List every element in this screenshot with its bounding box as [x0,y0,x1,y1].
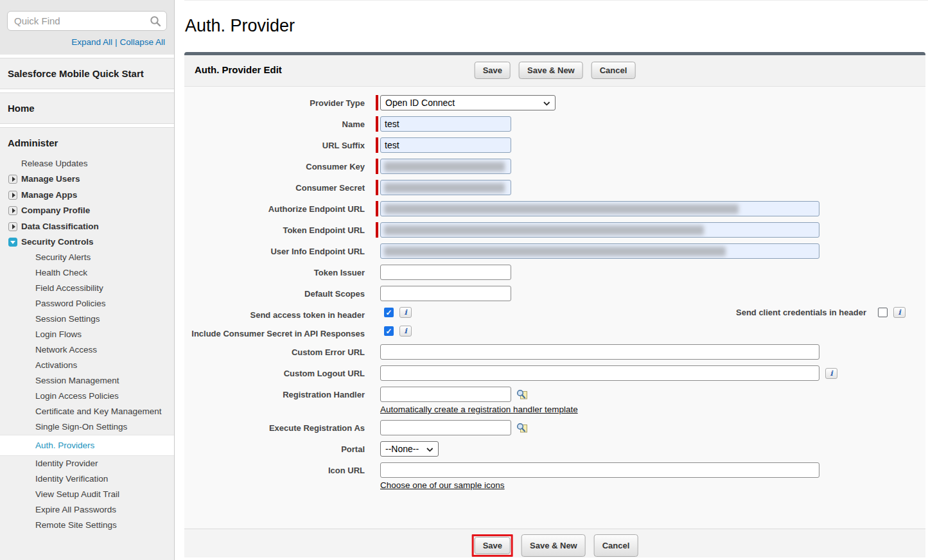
control-row: Open ID Connect [376,95,925,110]
user-info-endpoint-url-input[interactable] [380,243,819,259]
info-icon[interactable]: i [399,326,412,337]
sidebar-item-manage-users[interactable]: Manage Users [0,171,174,187]
sidebar-item-single-sign-on-settings[interactable]: Single Sign-On Settings [0,419,174,435]
registration-handler-lookup-button[interactable] [516,389,529,401]
expand-arrow-icon[interactable] [8,191,17,200]
expand-all-link[interactable]: Expand All [71,37,112,47]
save-and-new-button-top[interactable]: Save & New [519,62,583,79]
default-scopes-input[interactable] [380,286,511,301]
sidebar-section-quick-start[interactable]: Salesforce Mobile Quick Start [0,58,174,89]
sidebar-item-certificate-and-key-management[interactable]: Certificate and Key Management [0,404,174,419]
collapse-arrow-icon[interactable] [8,238,17,247]
send-client-credentials-in-header-checkbox[interactable] [878,308,888,317]
sidebar-item-password-policies[interactable]: Password Policies [0,296,174,311]
sidebar-item-field-accessibility[interactable]: Field Accessibility [0,281,174,296]
sidebar-item-expire-all-passwords[interactable]: Expire All Passwords [0,502,174,518]
sidebar-item-label: Login Flows [35,329,82,339]
include-consumer-secret-in-api-responses-checkbox[interactable]: ✓ [384,326,394,336]
expand-arrow-icon[interactable] [8,206,17,215]
sidebar-item-identity-provider[interactable]: Identity Provider [0,456,174,471]
expand-arrow-icon[interactable] [8,175,17,184]
name-input[interactable]: test [380,116,511,132]
control-row [376,286,925,301]
sidebar-item-health-check[interactable]: Health Check [0,265,174,281]
info-icon[interactable]: i [825,368,837,379]
sidebar-search-area: Expand All|Collapse All [0,0,174,55]
sidebar-item-session-management[interactable]: Session Management [0,373,174,389]
sidebar-item-company-profile[interactable]: Company Profile [0,203,174,218]
token-endpoint-url-input[interactable] [380,222,819,238]
field-label: Send access token in header [184,307,365,320]
sidebar-item-label: Manage Users [21,174,80,184]
required-indicator [376,95,378,110]
token-issuer-input[interactable] [380,265,511,280]
form-row-registration-handler: Registration HandlerAutomatically create… [184,387,925,414]
sidebar-item-security-alerts[interactable]: Security Alerts [0,250,174,265]
save-button-top[interactable]: Save [475,62,511,79]
cancel-button-top[interactable]: Cancel [591,62,636,79]
field-area [376,180,925,195]
portal-select[interactable]: --None-- [380,441,439,457]
registration-handler-input[interactable] [380,387,511,402]
automatically-create-a-registration-handler-template-link[interactable]: Automatically create a registration hand… [380,405,578,414]
form-row-token-issuer: Token Issuer [184,265,925,280]
edit-form: Provider TypeOpen ID ConnectNametestURL … [184,87,925,529]
section-title-home: Home [0,93,174,123]
sidebar-item-data-classification[interactable]: Data Classification [0,219,174,234]
form-row-send-access-token-in-header: Send access token in header✓iSend client… [184,307,925,320]
sidebar-item-remote-site-settings[interactable]: Remote Site Settings [0,518,174,533]
chevron-down-icon [426,448,433,452]
sidebar-item-auth-providers[interactable]: Auth. Providers [0,435,175,456]
app-root: Expand All|Collapse All Salesforce Mobil… [0,0,928,560]
field-label: Execute Registration As [184,420,365,433]
sidebar-item-label: Remote Site Settings [35,520,117,530]
consumer-secret-input[interactable] [380,180,511,195]
field-label: Name [184,116,365,129]
sidebar-item-login-access-policies[interactable]: Login Access Policies [0,389,174,404]
control-row [376,420,925,435]
control-row: ✓i [376,326,925,337]
custom-logout-url-input[interactable] [380,365,819,381]
save-button-bottom[interactable]: Save [475,537,511,554]
sidebar-item-release-updates[interactable]: Release Updates [0,156,174,171]
field-area: ✓i [376,326,925,337]
info-icon[interactable]: i [399,307,412,318]
sidebar-item-session-settings[interactable]: Session Settings [0,311,174,327]
sidebar-item-view-setup-audit-trail[interactable]: View Setup Audit Trail [0,487,174,502]
quick-find-input[interactable] [14,15,150,26]
collapse-all-link[interactable]: Collapse All [119,37,165,47]
sidebar-item-security-controls[interactable]: Security Controls [0,234,174,250]
expand-arrow-icon[interactable] [8,222,17,231]
required-indicator [376,159,378,174]
provider-type-select[interactable]: Open ID Connect [380,95,556,110]
form-row-authorize-endpoint-url: Authorize Endpoint URL [184,201,925,216]
sidebar-item-network-access[interactable]: Network Access [0,342,174,358]
control-row [376,222,925,238]
field-area: Choose one of our sample icons [376,462,925,490]
form-row-execute-registration-as: Execute Registration As [184,420,925,435]
url-suffix-input[interactable]: test [380,137,511,153]
redacted-value-blur [384,162,505,171]
info-icon[interactable]: i [893,307,906,318]
control-row [376,201,925,216]
form-row-consumer-secret: Consumer Secret [184,180,925,195]
field-label: Registration Handler [184,387,365,399]
sidebar-item-activations[interactable]: Activations [0,358,174,373]
consumer-key-input[interactable] [380,159,511,174]
send-access-token-in-header-checkbox[interactable]: ✓ [384,308,394,317]
cancel-button-bottom[interactable]: Cancel [594,534,638,557]
custom-error-url-input[interactable] [380,344,819,360]
execute-registration-as-input[interactable] [380,420,511,435]
quick-find-box[interactable] [7,11,167,31]
sidebar-item-label: Session Settings [35,314,100,324]
sidebar-item-label: Expire All Passwords [35,505,116,514]
sidebar-item-identity-verification[interactable]: Identity Verification [0,471,174,487]
icon-url-input[interactable] [380,462,819,478]
sidebar-item-login-flows[interactable]: Login Flows [0,327,174,342]
execute-registration-as-lookup-button[interactable] [516,422,529,434]
authorize-endpoint-url-input[interactable] [380,201,819,216]
sidebar-section-home[interactable]: Home [0,92,174,124]
save-and-new-button-bottom[interactable]: Save & New [521,534,586,557]
sidebar-item-manage-apps[interactable]: Manage Apps [0,188,174,203]
choose-one-of-our-sample-icons-link[interactable]: Choose one of our sample icons [380,480,505,490]
